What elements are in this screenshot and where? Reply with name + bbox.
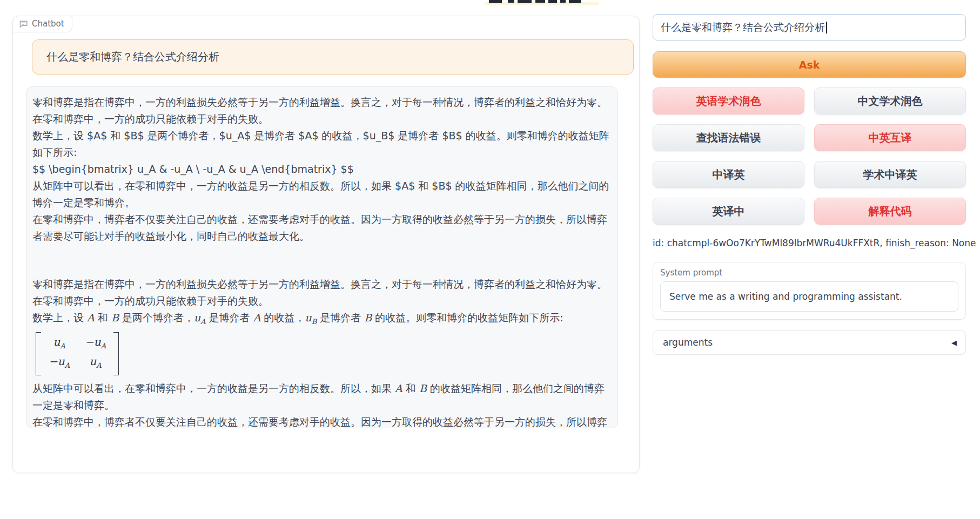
ask-button-label: Ask xyxy=(799,59,820,71)
action-button-3[interactable]: 查找语法错误 xyxy=(653,124,804,151)
math-symbol: uA xyxy=(89,354,101,373)
action-button-4[interactable]: 中英互译 xyxy=(814,124,966,151)
accordion-collapsed-icon: ◀ xyxy=(951,339,957,347)
chatbot-panel: Chatbot 什么是零和博弈？结合公式介绍分析 零和博弈是指在博弈中，一方的利… xyxy=(12,16,640,473)
math-symbol: B xyxy=(111,312,119,323)
arguments-accordion-label: arguments xyxy=(663,337,713,348)
bot-raw-latex-block: 零和博弈是指在博弈中，一方的利益损失必然等于另一方的利益增益。换言之，对于每一种… xyxy=(32,94,612,245)
math-symbol: uA xyxy=(53,334,65,354)
math-symbol: B xyxy=(364,312,372,323)
response-status-line: id: chatcmpl-6wOo7KrYTwMl89lbrMWRu4UkFFX… xyxy=(653,238,976,248)
action-button-8[interactable]: 解释代码 xyxy=(814,198,966,225)
system-prompt-card: System prompt Serve me as a writing and … xyxy=(653,262,966,320)
math-symbol: uB xyxy=(305,312,317,323)
chatbot-label: Chatbot xyxy=(12,16,72,32)
clipped-page-title xyxy=(484,0,608,6)
math-symbol: B xyxy=(419,382,427,394)
system-prompt-value: Serve me as a writing and programming as… xyxy=(669,291,902,302)
action-button-2[interactable]: 中文学术润色 xyxy=(814,87,966,114)
question-input[interactable]: 什么是零和博弈？结合公式介绍分析 xyxy=(653,14,966,41)
arguments-accordion[interactable]: arguments ◀ xyxy=(653,330,966,355)
chatbot-label-text: Chatbot xyxy=(32,19,64,29)
math-symbol: −uA xyxy=(85,334,106,354)
bot-rendered-paragraph: 从矩阵中可以看出，在零和博弈中，一方的收益是另一方的相反数。所以，如果 A 和 … xyxy=(32,380,612,414)
bot-raw-paragraph: 在零和博弈中，博弈者不仅要关注自己的收益，还需要考虑对手的收益。因为一方取得的收… xyxy=(32,211,612,245)
bot-raw-paragraph: $$ \begin{bmatrix} u_A & -u_A \ -u_A & u… xyxy=(32,161,612,178)
action-button-5[interactable]: 中译英 xyxy=(653,161,804,188)
bot-raw-paragraph: 零和博弈是指在博弈中，一方的利益损失必然等于另一方的利益增益。换言之，对于每一种… xyxy=(32,94,612,127)
question-input-value: 什么是零和博弈？结合公式介绍分析 xyxy=(661,21,825,35)
system-prompt-label: System prompt xyxy=(660,268,958,278)
bot-rendered-paragraph: 数学上，设 A 和 B 是两个博弈者，uA 是博弈者 A 的收益，uB 是博弈者… xyxy=(32,309,612,330)
user-message-text: 什么是零和博弈？结合公式介绍分析 xyxy=(46,50,219,64)
bot-raw-paragraph: 从矩阵中可以看出，在零和博弈中，一方的收益是另一方的相反数。所以，如果 $A$ … xyxy=(32,178,612,211)
action-button-6[interactable]: 学术中译英 xyxy=(814,161,966,188)
chat-bubble-icon xyxy=(19,19,28,29)
bot-rendered-paragraph: 在零和博弈中，博弈者不仅要关注自己的收益，还需要考虑对手的收益。因为一方取得的收… xyxy=(32,414,612,428)
user-message-bubble: 什么是零和博弈？结合公式介绍分析 xyxy=(32,39,634,75)
math-symbol: −uA xyxy=(49,354,70,373)
payoff-matrix: uA−uA−uAuA xyxy=(36,332,119,375)
quick-action-grid: 英语学术润色中文学术润色查找语法错误中英互译中译英学术中译英英译中解释代码 xyxy=(653,87,966,225)
ask-button[interactable]: Ask xyxy=(653,51,966,78)
bot-rendered-block: 零和博弈是指在博弈中，一方的利益损失必然等于另一方的利益增益。换言之，对于每一种… xyxy=(32,276,612,428)
system-prompt-input[interactable]: Serve me as a writing and programming as… xyxy=(660,281,958,312)
math-symbol: A xyxy=(253,312,261,323)
math-symbol: A xyxy=(87,312,95,323)
math-symbol: A xyxy=(395,382,402,394)
bot-message-bubble: 零和博弈是指在博弈中，一方的利益损失必然等于另一方的利益增益。换言之，对于每一种… xyxy=(26,86,618,428)
bot-raw-paragraph: 数学上，设 $A$ 和 $B$ 是两个博弈者，$u_A$ 是博弈者 $A$ 的收… xyxy=(32,127,612,161)
text-caret xyxy=(826,22,827,33)
math-symbol: uA xyxy=(194,312,206,323)
bot-rendered-paragraph: 零和博弈是指在博弈中，一方的利益损失必然等于另一方的利益增益。换言之，对于每一种… xyxy=(32,276,612,309)
action-button-1[interactable]: 英语学术润色 xyxy=(653,87,804,114)
action-button-7[interactable]: 英译中 xyxy=(653,198,804,225)
